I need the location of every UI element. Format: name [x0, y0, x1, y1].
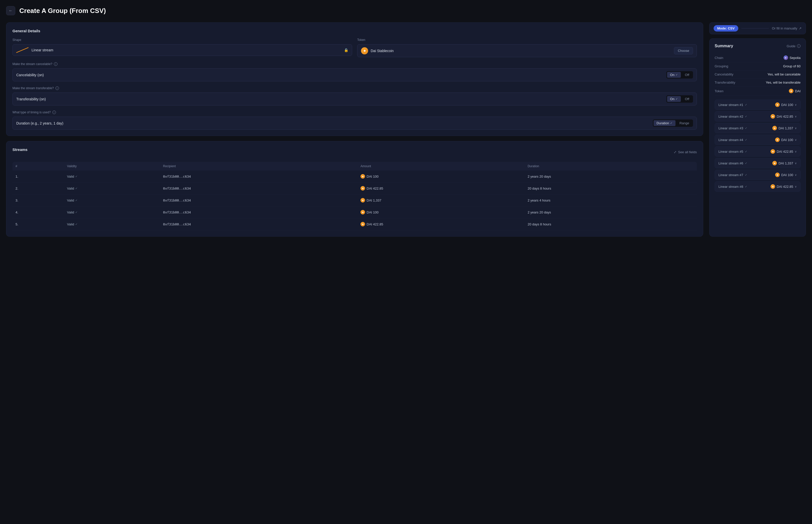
- chain-icon: ◈: [783, 55, 788, 60]
- cancelability-off[interactable]: Off: [682, 72, 692, 78]
- table-row[interactable]: 4. Valid ✓ 0xf31b00..c634 ◈ DAI 100 2 ye…: [13, 206, 697, 218]
- mode-bar: Mode: CSV Or fill in manually ↗: [709, 22, 806, 34]
- choose-token-button[interactable]: Choose: [674, 47, 693, 54]
- timing-row: Duration (e.g., 2 years, 1 day) Duration…: [13, 117, 697, 130]
- stream-name: Linear stream #8 ✓: [718, 185, 747, 189]
- row-recipient: 0xf31b00..c634: [160, 206, 357, 218]
- dai-icon: ◈: [360, 174, 365, 179]
- stream-check-icon: ✓: [745, 103, 747, 107]
- row-duration: 20 days 8 hours: [524, 218, 697, 230]
- cancelability-summary-key: Cancelability: [715, 72, 733, 76]
- row-amount: ◈ DAI 1,337: [357, 194, 524, 206]
- list-item[interactable]: Linear stream #8 ✓ ◈ DAI 422.85 ∨: [715, 181, 800, 192]
- stream-check-icon: ✓: [745, 138, 747, 142]
- transferability-on[interactable]: On ✓: [667, 96, 681, 102]
- token-summary-key: Token: [715, 89, 724, 93]
- stream-name: Linear stream #2 ✓: [718, 115, 747, 118]
- cancelability-on[interactable]: On ✓: [667, 72, 681, 78]
- shape-selector[interactable]: Linear stream 🔒: [13, 44, 352, 56]
- row-duration: 2 years 4 hours: [524, 194, 697, 206]
- expand-icon: ⤢: [674, 150, 677, 154]
- svg-line-0: [16, 48, 29, 53]
- shape-field: Shape Linear stream 🔒: [13, 38, 352, 57]
- transferability-off[interactable]: Off: [682, 96, 692, 102]
- guide-button[interactable]: Guide i: [786, 44, 800, 48]
- page-title: Create A Group (From CSV): [19, 7, 106, 15]
- cancelability-row: Cancelability (on) On ✓ Off: [13, 68, 697, 81]
- timing-toggle[interactable]: Duration ✓ Range: [653, 119, 693, 127]
- stream-dai-icon: ◈: [772, 161, 777, 165]
- stream-name: Linear stream #4 ✓: [718, 138, 747, 142]
- see-all-fields-button[interactable]: ⤢ See all fields: [674, 150, 697, 154]
- list-item[interactable]: Linear stream #3 ✓ ◈ DAI 1,337 ∨: [715, 123, 800, 133]
- row-validity: Valid ✓: [64, 182, 160, 194]
- row-duration: 20 days 8 hours: [524, 182, 697, 194]
- row-duration: 2 years 20 days: [524, 170, 697, 182]
- timing-info-icon[interactable]: i: [52, 111, 56, 114]
- list-item[interactable]: Linear stream #7 ✓ ◈ DAI 100 ∨: [715, 170, 800, 180]
- table-row[interactable]: 1. Valid ✓ 0xf31b00..c634 ◈ DAI 100 2 ye…: [13, 170, 697, 182]
- timing-range[interactable]: Range: [677, 120, 692, 126]
- token-icon: ◈: [361, 47, 368, 54]
- stream-dai-icon: ◈: [775, 173, 780, 177]
- col-recipient: Recipient: [160, 162, 357, 170]
- stream-check-icon: ✓: [745, 150, 747, 153]
- stream-dai-icon: ◈: [770, 184, 775, 189]
- stream-name: Linear stream #3 ✓: [718, 126, 747, 130]
- dai-icon: ◈: [360, 210, 365, 214]
- transferability-summary-value: Yes, will be transferable: [766, 81, 800, 84]
- general-details-title: General Details: [13, 29, 697, 33]
- chevron-down-icon: ∨: [795, 162, 797, 165]
- chevron-down-icon: ∨: [795, 150, 797, 153]
- guide-info-icon[interactable]: i: [797, 44, 800, 48]
- fill-manual-button[interactable]: Or fill in manually ↗: [772, 27, 801, 30]
- cancelable-info-icon[interactable]: i: [54, 62, 58, 66]
- stream-name: Linear stream #5 ✓: [718, 150, 747, 153]
- stream-check-icon: ✓: [745, 127, 747, 130]
- list-item[interactable]: Linear stream #2 ✓ ◈ DAI 422.85 ∨: [715, 111, 800, 121]
- right-panel: Mode: CSV Or fill in manually ↗ Summary …: [709, 22, 806, 236]
- stream-check-icon: ✓: [745, 115, 747, 118]
- stream-amount: ◈ DAI 100 ∨: [775, 137, 797, 142]
- table-row[interactable]: 3. Valid ✓ 0xf31b00..c634 ◈ DAI 1,337 2 …: [13, 194, 697, 206]
- row-recipient: 0xf31b00..c634: [160, 218, 357, 230]
- list-item[interactable]: Linear stream #5 ✓ ◈ DAI 422.85 ∨: [715, 146, 800, 157]
- transferability-toggle[interactable]: On ✓ Off: [666, 95, 693, 103]
- list-item[interactable]: Linear stream #4 ✓ ◈ DAI 100 ∨: [715, 135, 800, 145]
- chevron-down-icon: ∨: [795, 138, 797, 142]
- cancelability-toggle[interactable]: On ✓ Off: [666, 71, 693, 79]
- table-row[interactable]: 2. Valid ✓ 0xf31b00..c634 ◈ DAI 422.85 2…: [13, 182, 697, 194]
- list-item[interactable]: Linear stream #6 ✓ ◈ DAI 1,337 ∨: [715, 158, 800, 168]
- grouping-value: Group of 60: [783, 64, 800, 68]
- stream-amount: ◈ DAI 422.85 ∨: [770, 114, 797, 119]
- col-validity: Validity: [64, 162, 160, 170]
- stream-name: Linear stream #1 ✓: [718, 103, 747, 107]
- summary-streams-list: Linear stream #1 ✓ ◈ DAI 100 ∨ Linear st…: [715, 100, 800, 192]
- row-recipient: 0xf31b00..c634: [160, 182, 357, 194]
- chevron-down-icon: ∨: [795, 173, 797, 177]
- row-validity: Valid ✓: [64, 170, 160, 182]
- transferable-info-icon[interactable]: i: [55, 86, 59, 90]
- stream-dai-icon: ◈: [775, 137, 780, 142]
- row-amount: ◈ DAI 422.85: [357, 218, 524, 230]
- row-validity: Valid ✓: [64, 218, 160, 230]
- table-row[interactable]: 5. Valid ✓ 0xf31b00..c634 ◈ DAI 422.85 2…: [13, 218, 697, 230]
- token-summary-icon: ◈: [789, 89, 793, 93]
- timing-duration[interactable]: Duration ✓: [654, 120, 676, 126]
- stream-amount: ◈ DAI 422.85 ∨: [770, 149, 797, 154]
- col-duration: Duration: [524, 162, 697, 170]
- cancelability-label: Cancelability (on): [16, 73, 44, 77]
- row-num: 1.: [13, 170, 64, 182]
- row-amount: ◈ DAI 422.85: [357, 182, 524, 194]
- col-num: #: [13, 162, 64, 170]
- timing-duration-check: ✓: [670, 121, 672, 125]
- row-num: 5.: [13, 218, 64, 230]
- row-amount: ◈ DAI 100: [357, 170, 524, 182]
- stream-amount: ◈ DAI 1,337 ∨: [772, 161, 797, 165]
- back-button[interactable]: ←: [6, 6, 15, 15]
- transferability-summary-key: Transferability: [715, 81, 735, 84]
- summary-grouping-row: Grouping Group of 60: [715, 62, 800, 70]
- mode-divider: [741, 28, 769, 29]
- stream-check-icon: ✓: [745, 185, 747, 188]
- list-item[interactable]: Linear stream #1 ✓ ◈ DAI 100 ∨: [715, 100, 800, 110]
